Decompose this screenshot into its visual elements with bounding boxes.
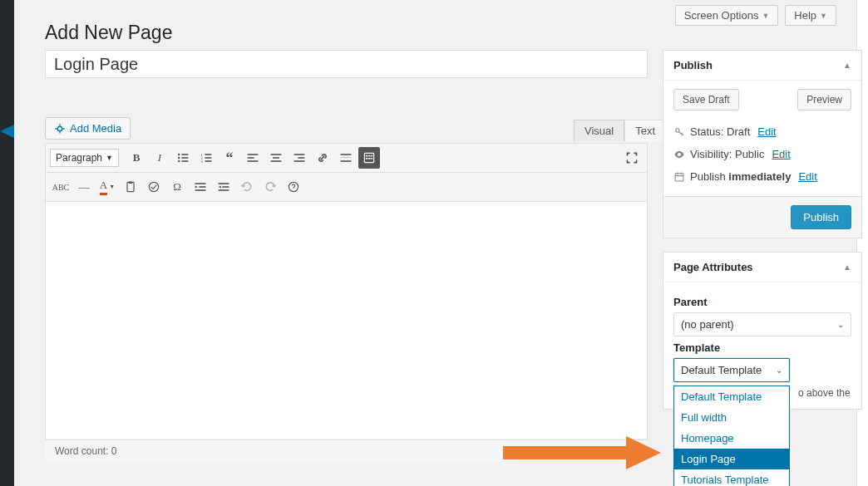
svg-marker-0: [0, 125, 14, 138]
title-input[interactable]: [45, 50, 648, 78]
template-option-fullwidth[interactable]: Full width: [674, 407, 789, 428]
svg-rect-20: [294, 154, 305, 155]
svg-rect-36: [195, 183, 206, 184]
svg-text:3: 3: [201, 160, 204, 164]
parent-select[interactable]: (no parent)⌄: [673, 312, 851, 336]
indent-button[interactable]: [213, 176, 234, 198]
format-select[interactable]: Paragraph▼: [50, 149, 119, 167]
chevron-down-icon: ▼: [106, 154, 113, 162]
svg-point-1: [57, 126, 62, 131]
chevron-down-icon: ⌄: [776, 366, 782, 375]
hr-button[interactable]: —: [73, 176, 95, 198]
editor-box: Paragraph▼ B I 123 “ ABC — A▼ Ω: [45, 143, 648, 459]
svg-rect-5: [181, 157, 188, 159]
fullscreen-button[interactable]: [621, 147, 643, 169]
collapse-toggle[interactable]: ▲: [843, 263, 851, 272]
svg-rect-31: [368, 158, 370, 160]
svg-rect-42: [219, 189, 229, 191]
chevron-down-icon: ▼: [762, 12, 769, 20]
paste-button[interactable]: [120, 176, 141, 198]
template-dropdown: Default Template Full width Homepage Log…: [673, 385, 790, 486]
save-draft-button[interactable]: Save Draft: [673, 89, 739, 110]
svg-rect-24: [341, 157, 352, 158]
calendar-icon: [673, 171, 685, 183]
template-option-tutorials[interactable]: Tutorials Template: [674, 469, 789, 486]
publish-button[interactable]: Publish: [791, 205, 851, 229]
link-button[interactable]: [312, 147, 333, 169]
attributes-heading: Page Attributes: [673, 261, 753, 273]
strike-button[interactable]: ABC: [50, 176, 72, 198]
svg-rect-9: [205, 154, 211, 155]
publish-heading: Publish: [673, 59, 713, 71]
svg-rect-34: [129, 182, 133, 184]
special-char-button[interactable]: Ω: [166, 176, 188, 198]
number-list-button[interactable]: 123: [195, 147, 217, 169]
svg-rect-40: [219, 183, 229, 184]
quote-button[interactable]: “: [219, 147, 240, 169]
edit-status-link[interactable]: Edit: [757, 125, 776, 138]
svg-rect-33: [127, 182, 134, 191]
svg-point-35: [149, 182, 158, 191]
svg-rect-46: [675, 173, 683, 180]
collapse-menu-icon[interactable]: [0, 123, 14, 140]
svg-rect-21: [298, 157, 304, 159]
toolbar-toggle-button[interactable]: [358, 147, 380, 169]
preview-button[interactable]: Preview: [797, 89, 851, 110]
svg-rect-32: [371, 158, 372, 160]
page-title: Add New Page: [45, 22, 172, 44]
svg-rect-3: [181, 154, 188, 155]
word-count: Word count: 0: [55, 445, 117, 457]
chevron-down-icon: ▼: [109, 184, 115, 190]
svg-rect-15: [248, 157, 254, 159]
svg-rect-38: [195, 189, 206, 191]
svg-rect-41: [222, 186, 229, 188]
more-button[interactable]: [335, 147, 357, 169]
add-media-button[interactable]: Add Media: [45, 117, 131, 140]
outdent-button[interactable]: [190, 176, 211, 198]
bold-button[interactable]: B: [126, 147, 147, 169]
svg-marker-39: [195, 185, 198, 188]
svg-rect-37: [199, 186, 205, 188]
svg-point-2: [178, 154, 180, 155]
svg-rect-25: [341, 160, 352, 162]
editor-content[interactable]: [46, 202, 647, 439]
textcolor-button[interactable]: A▼: [96, 176, 118, 198]
svg-rect-7: [181, 160, 188, 162]
save-status: Saving D: [597, 445, 638, 457]
undo-button[interactable]: [236, 176, 258, 198]
chevron-down-icon: ▼: [820, 12, 827, 20]
svg-point-4: [178, 157, 180, 159]
template-option-login[interactable]: Login Page: [674, 449, 789, 469]
svg-rect-19: [271, 160, 282, 162]
svg-marker-43: [219, 185, 221, 188]
key-icon: [673, 126, 685, 138]
edit-schedule-link[interactable]: Edit: [798, 170, 816, 183]
collapse-toggle[interactable]: ▲: [843, 61, 851, 70]
align-center-button[interactable]: [265, 147, 287, 169]
svg-rect-23: [341, 154, 352, 155]
template-select[interactable]: Default Template⌄: [673, 358, 790, 382]
template-option-homepage[interactable]: Homepage: [674, 428, 789, 449]
svg-rect-22: [294, 160, 305, 162]
clear-format-button[interactable]: [143, 176, 165, 198]
svg-rect-27: [366, 155, 367, 157]
help-button[interactable]: Help▼: [785, 5, 836, 26]
svg-rect-16: [248, 160, 259, 162]
svg-rect-29: [371, 155, 372, 157]
edit-visibility-link[interactable]: Edit: [772, 148, 790, 160]
svg-rect-17: [271, 154, 282, 155]
align-left-button[interactable]: [242, 147, 264, 169]
bullet-list-button[interactable]: [172, 147, 194, 169]
template-option-default[interactable]: Default Template: [674, 386, 789, 407]
eye-icon: [673, 149, 685, 160]
svg-point-6: [178, 160, 180, 162]
template-label: Template: [673, 341, 851, 354]
italic-button[interactable]: I: [149, 147, 170, 169]
screen-options-button[interactable]: Screen Options▼: [675, 5, 779, 26]
align-right-button[interactable]: [289, 147, 310, 169]
help-icon-button[interactable]: [283, 176, 304, 198]
tab-text[interactable]: Text: [624, 120, 666, 141]
tab-visual[interactable]: Visual: [574, 120, 624, 141]
redo-button[interactable]: [259, 176, 281, 198]
svg-rect-30: [366, 158, 367, 160]
